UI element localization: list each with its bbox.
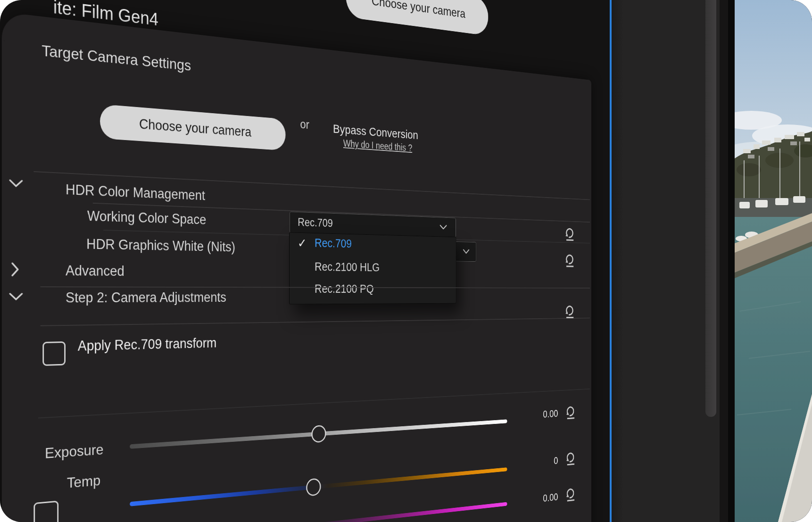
checkmark-icon: ✓ [298,236,307,250]
chevron-right-icon[interactable] [11,262,19,276]
apply-transform-checkbox[interactable] [42,341,66,366]
menu-option-rec709[interactable]: Rec.709 [315,236,352,250]
menu-option-rec2100-pq[interactable]: Rec.2100 PQ [315,282,373,296]
reset-icon[interactable] [564,303,576,320]
chevron-down-icon [439,224,447,230]
or-label: or [300,117,309,132]
reset-icon[interactable] [564,404,577,421]
panel-edge [720,0,728,522]
chevron-down-icon[interactable] [9,179,23,188]
color-space-menu: ✓ Rec.709 Rec.2100 HLG Rec.2100 PQ [289,232,456,304]
tint-group-checkbox[interactable] [33,501,58,522]
screenshot-frame: ite: Film Gen4 Choose your camera Target… [0,0,812,522]
reset-icon[interactable] [564,225,576,242]
chevron-down-icon[interactable] [9,292,23,301]
scrollbar-thumb[interactable] [705,0,716,417]
hdr-graphics-white-label: HDR Graphics White (Nits) [86,236,235,255]
secondary-panel [612,0,736,522]
reset-icon[interactable] [564,449,577,467]
harbor-scene [735,0,812,522]
reset-icon[interactable] [564,252,576,269]
working-color-space-value: Rec.709 [298,216,333,230]
menu-option-rec2100-hlg[interactable]: Rec.2100 HLG [315,260,380,274]
advanced-section-title[interactable]: Advanced [66,263,124,280]
step2-section-title[interactable]: Step 2: Camera Adjustments [66,290,226,306]
reset-icon[interactable] [564,485,577,503]
choose-camera-button-top[interactable]: Choose your camera [346,0,489,36]
temp-label: Temp [67,472,100,491]
panel-divider-line[interactable] [610,0,612,522]
chevron-down-icon [463,249,470,254]
window-edge [728,0,735,522]
video-preview-image [735,0,812,522]
